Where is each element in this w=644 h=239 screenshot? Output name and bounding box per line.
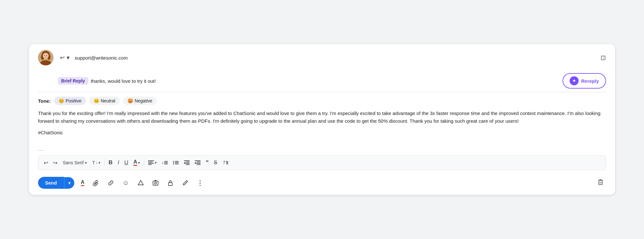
photo-button[interactable] xyxy=(150,178,161,187)
email-body: Thank you for the exciting offer! I'm re… xyxy=(29,108,615,146)
svg-rect-21 xyxy=(175,162,179,163)
drive-button[interactable] xyxy=(136,178,146,187)
svg-point-6 xyxy=(43,53,49,59)
svg-rect-22 xyxy=(175,164,179,164)
ellipsis-menu[interactable]: ··· xyxy=(29,146,615,155)
redo-button[interactable]: ↪ xyxy=(51,158,60,167)
svg-text:1.: 1. xyxy=(162,161,165,165)
window-mode-icon[interactable]: ⊡ xyxy=(601,54,606,62)
svg-point-7 xyxy=(44,55,45,56)
header-controls: ↩ ▾ xyxy=(60,54,70,61)
positive-label: Positive xyxy=(66,98,81,103)
neutral-emoji: 😐 xyxy=(94,98,99,103)
underline-button[interactable]: U xyxy=(122,158,130,167)
svg-marker-34 xyxy=(138,180,143,185)
rereply-label: Rereply xyxy=(581,78,599,84)
italic-button[interactable]: I xyxy=(115,158,121,167)
brief-reply-badge: Brief Reply xyxy=(58,77,88,85)
emoji-button[interactable]: ☺ xyxy=(120,178,131,188)
undo-button[interactable]: ↩ xyxy=(42,158,50,167)
rereply-button[interactable]: ✦ Rereply xyxy=(563,73,606,89)
format-text-button[interactable]: A xyxy=(79,178,87,187)
svg-rect-28 xyxy=(197,162,201,162)
toolbar-divider-1 xyxy=(104,159,105,166)
send-button[interactable]: Send xyxy=(38,177,64,189)
rereply-icon: ✦ xyxy=(570,76,579,85)
indent-more-button[interactable] xyxy=(193,159,203,167)
negative-emoji: 😡 xyxy=(128,98,133,103)
text-size-button[interactable]: T↕ ▾ xyxy=(90,158,103,167)
svg-rect-12 xyxy=(148,164,152,165)
font-name-label: Sans Serif xyxy=(63,160,84,165)
svg-rect-27 xyxy=(195,160,201,161)
positive-emoji: 😊 xyxy=(59,98,64,103)
reply-dropdown-icon[interactable]: ▾ xyxy=(67,54,70,61)
more-options-button[interactable]: ⋮ xyxy=(195,178,205,188)
quote-button[interactable]: " xyxy=(204,158,211,168)
brief-reply-bar: Brief Reply thanks, would love to try it… xyxy=(29,70,615,92)
svg-rect-10 xyxy=(148,162,153,162)
tone-neutral[interactable]: 😐 Neutral xyxy=(89,97,120,105)
svg-rect-26 xyxy=(186,164,190,165)
formatting-toolbar: ↩ ↪ Sans Serif ▾ T↕ ▾ B I U A ▾ ▾ 1. xyxy=(38,155,606,170)
svg-rect-15 xyxy=(164,162,168,163)
negative-label: Negative xyxy=(135,98,152,103)
send-dropdown-button[interactable]: ▾ xyxy=(64,177,74,189)
font-family-select[interactable]: Sans Serif ▾ xyxy=(60,159,90,167)
svg-rect-29 xyxy=(195,163,201,164)
indent-less-button[interactable] xyxy=(182,159,192,167)
svg-rect-35 xyxy=(153,181,158,185)
svg-point-17 xyxy=(173,161,174,162)
svg-text:T: T xyxy=(223,160,226,165)
link-button[interactable] xyxy=(106,178,116,187)
tone-positive[interactable]: 😊 Positive xyxy=(54,97,86,105)
email-header: ↩ ▾ support@writesonic.com ⊡ xyxy=(29,44,615,70)
svg-rect-38 xyxy=(599,180,602,185)
svg-rect-20 xyxy=(175,161,179,162)
toolbar-divider-2 xyxy=(144,159,144,166)
tone-row: Tone: 😊 Positive 😐 Neutral 😡 Negative xyxy=(29,92,615,108)
recipient-email: support@writesonic.com xyxy=(75,55,128,61)
attach-button[interactable] xyxy=(91,178,101,187)
tone-negative[interactable]: 😡 Negative xyxy=(123,97,157,105)
body-hashtag: #ChatSonic xyxy=(38,129,606,137)
bullet-list-button[interactable] xyxy=(171,159,181,167)
send-button-group: Send ▾ xyxy=(38,177,74,189)
tone-label: Tone: xyxy=(38,98,51,104)
svg-point-8 xyxy=(46,55,47,56)
strikethrough-button[interactable]: S xyxy=(212,158,220,167)
bold-button[interactable]: B xyxy=(106,158,115,167)
lock-button[interactable] xyxy=(165,178,175,187)
svg-point-18 xyxy=(173,162,174,163)
pencil-button[interactable] xyxy=(180,178,190,187)
avatar xyxy=(38,50,53,65)
neutral-label: Neutral xyxy=(101,98,115,103)
svg-rect-30 xyxy=(197,164,201,165)
format-a-icon: A xyxy=(81,180,85,186)
font-dropdown-icon: ▾ xyxy=(85,161,87,165)
align-button[interactable]: ▾ xyxy=(146,159,159,167)
reply-icon[interactable]: ↩ xyxy=(60,54,65,61)
delete-button[interactable] xyxy=(595,177,606,189)
body-main-text: Thank you for the exciting offer! I'm re… xyxy=(38,110,606,125)
svg-rect-37 xyxy=(168,183,172,186)
svg-rect-24 xyxy=(186,162,190,162)
action-row: Send ▾ A ☺ xyxy=(29,173,615,195)
svg-rect-23 xyxy=(184,160,190,161)
svg-rect-16 xyxy=(164,164,168,164)
svg-point-19 xyxy=(173,164,174,165)
email-compose-window: ↩ ▾ support@writesonic.com ⊡ Brief Reply… xyxy=(29,44,615,195)
svg-rect-14 xyxy=(164,161,168,162)
clear-format-button[interactable]: T xyxy=(220,158,231,167)
brief-reply-text: thanks, would love to try it out! xyxy=(91,78,156,84)
svg-rect-9 xyxy=(148,160,154,161)
svg-rect-11 xyxy=(148,163,154,164)
svg-point-36 xyxy=(155,182,156,184)
font-color-icon: A xyxy=(133,159,137,166)
numbered-list-button[interactable]: 1. xyxy=(160,159,170,167)
font-color-button[interactable]: A ▾ xyxy=(131,158,142,167)
